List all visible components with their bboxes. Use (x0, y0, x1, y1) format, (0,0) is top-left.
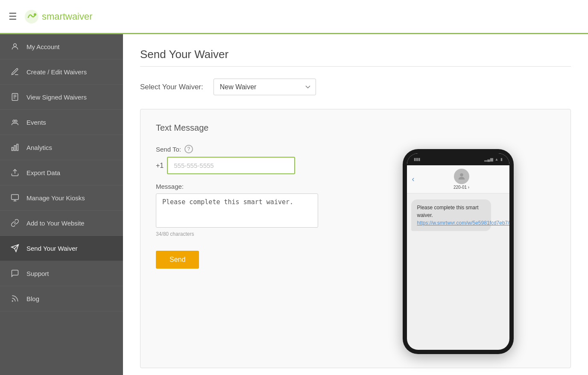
svg-rect-3 (12, 94, 18, 101)
svg-point-2 (14, 44, 17, 47)
sidebar-label-add-website: Add to Your Website (26, 220, 85, 227)
menu-icon[interactable]: ☰ (9, 11, 17, 22)
logo-icon (24, 9, 39, 24)
phone-mockup: ▮▮▮ ▂▄▆ ▲ ▮ ‹ (403, 149, 514, 354)
monitor-icon (10, 193, 20, 202)
card-inner: Send To: ? +1 Message: Please complete t… (156, 145, 555, 354)
card-title: Text Message (156, 123, 555, 133)
send-to-label: Send To: ? (156, 145, 335, 153)
sidebar-item-create-edit-waivers[interactable]: Create / Edit Waivers (0, 59, 123, 85)
waiver-select-label: Select Your Waiver: (140, 83, 203, 91)
signal-bars-icon: ▂▄▆ (484, 157, 493, 161)
sidebar-item-events[interactable]: Events (0, 110, 123, 135)
battery-icon: ▮ (500, 157, 503, 161)
title-divider (140, 66, 571, 67)
logo: smartwaiver (24, 9, 93, 24)
sidebar: My Account Create / Edit Waivers View Si… (0, 34, 123, 375)
person-icon (10, 42, 20, 51)
svg-rect-9 (12, 147, 13, 151)
sidebar-label-analytics: Analytics (26, 144, 52, 151)
phone-mockup-section: ▮▮▮ ▂▄▆ ▲ ▮ ‹ (361, 145, 555, 354)
export-icon (10, 168, 20, 177)
edit-icon (10, 67, 20, 76)
sidebar-item-view-signed-waivers[interactable]: View Signed Waivers (0, 85, 123, 110)
phone-messages: Please complete this smart waiver. https… (407, 193, 509, 350)
sidebar-label-support: Support (26, 270, 49, 277)
sidebar-item-export-data[interactable]: Export Data (0, 160, 123, 185)
phone-contact: 220-01 › (419, 169, 504, 190)
text-message-card: Text Message Send To: ? +1 (140, 109, 571, 368)
char-count: 34/80 characters (156, 231, 335, 237)
sidebar-item-support[interactable]: Support (0, 261, 123, 286)
header: ☰ smartwaiver (0, 0, 588, 34)
page-title: Send Your Waiver (140, 48, 571, 61)
help-icon[interactable]: ? (184, 145, 193, 153)
phone-status-right: ▂▄▆ ▲ ▮ (484, 157, 502, 161)
sidebar-item-manage-kiosks[interactable]: Manage Your Kiosks (0, 185, 123, 211)
chart-icon (10, 143, 20, 152)
sidebar-label-events: Events (26, 119, 46, 126)
message-link[interactable]: https://w.smrtwvr.com/w/5e5981fcd7eb7/we… (417, 220, 509, 226)
message-group: Message: Please complete this smart waiv… (156, 183, 335, 237)
wifi-icon: ▲ (495, 157, 499, 161)
svg-point-19 (460, 173, 463, 176)
form-section: Send To: ? +1 Message: Please complete t… (156, 145, 335, 269)
message-label: Message: (156, 183, 335, 190)
svg-rect-10 (14, 146, 15, 151)
waiver-select-row: Select Your Waiver: New Waiver (140, 79, 571, 95)
sidebar-item-send-waiver[interactable]: Send Your Waiver (0, 236, 123, 261)
send-icon (10, 243, 20, 253)
send-to-group: Send To: ? +1 (156, 145, 335, 174)
phone-row: +1 (156, 157, 335, 174)
phone-contact-name: 220-01 › (453, 185, 469, 190)
sidebar-item-analytics[interactable]: Analytics (0, 135, 123, 160)
sidebar-item-add-website[interactable]: Add to Your Website (0, 211, 123, 236)
sidebar-label-my-account: My Account (26, 43, 60, 50)
waiver-dropdown[interactable]: New Waiver (214, 79, 316, 95)
phone-screen: ▮▮▮ ▂▄▆ ▲ ▮ ‹ (407, 153, 509, 350)
sidebar-label-kiosks: Manage Your Kiosks (26, 194, 85, 202)
message-textarea[interactable]: Please complete this smart waiver. (156, 193, 318, 228)
phone-notch (441, 153, 475, 161)
events-icon (10, 117, 20, 127)
phone-signal: ▮▮▮ (414, 157, 420, 161)
phone-prefix: +1 (156, 162, 164, 170)
sidebar-item-blog[interactable]: Blog (0, 286, 123, 311)
link-icon (10, 218, 20, 228)
sidebar-label-blog: Blog (26, 295, 39, 302)
send-button[interactable]: Send (156, 251, 199, 269)
main-content: Send Your Waiver Select Your Waiver: New… (123, 34, 588, 375)
sidebar-label-export: Export Data (26, 169, 60, 176)
sidebar-label-create-edit: Create / Edit Waivers (26, 68, 87, 76)
svg-rect-11 (17, 144, 18, 151)
sidebar-label-send-waiver: Send Your Waiver (26, 245, 78, 252)
sidebar-item-my-account[interactable]: My Account (0, 34, 123, 59)
phone-header: ‹ 220-01 › (407, 165, 509, 193)
message-bubble: Please complete this smart waiver. https… (411, 199, 491, 231)
logo-text: smartwaiver (42, 11, 93, 22)
rss-icon (10, 294, 20, 303)
svg-rect-13 (12, 195, 19, 200)
document-icon (10, 92, 20, 102)
phone-notch-bar: ▮▮▮ ▂▄▆ ▲ ▮ (407, 153, 509, 165)
sidebar-label-view-signed: View Signed Waivers (26, 94, 87, 101)
phone-input[interactable] (167, 157, 295, 174)
layout: My Account Create / Edit Waivers View Si… (0, 34, 588, 375)
svg-point-18 (12, 301, 13, 302)
back-arrow-icon[interactable]: ‹ (412, 175, 415, 184)
phone-avatar (454, 169, 469, 184)
svg-point-1 (34, 13, 36, 16)
chat-icon (10, 269, 20, 278)
svg-point-8 (15, 120, 17, 122)
